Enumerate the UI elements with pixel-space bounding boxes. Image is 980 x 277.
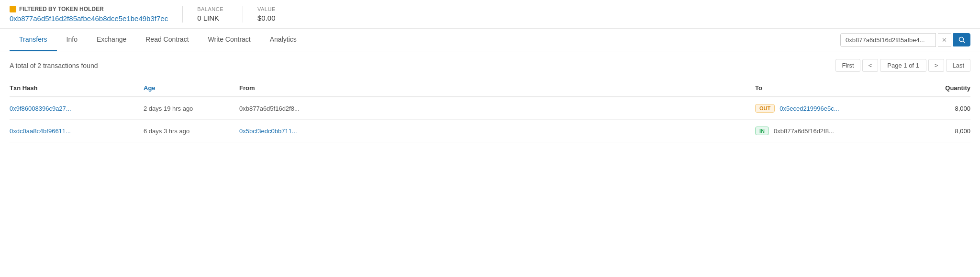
to-col-1: OUT 0x5eced219996e5c... [755,104,899,113]
tab-analytics[interactable]: Analytics [260,29,306,51]
from-addr-2[interactable]: 0x5bcf3edc0bb711... [239,127,297,135]
col-from: From [239,84,755,92]
tabs-bar: Transfers Info Exchange Read Contract Wr… [0,29,980,51]
value-amount: $0.00 [257,14,276,22]
col-quantity: Quantity [899,84,970,92]
next-button[interactable]: > [928,59,945,72]
tab-write-contract[interactable]: Write Contract [199,29,260,51]
to-col-2: IN 0xb877a6d5f16d2f8... [755,127,899,135]
content-area: A total of 2 transactions found First < … [0,51,980,150]
last-button[interactable]: Last [946,59,970,72]
balance-label: BALANCE [197,6,223,12]
from-2: 0x5bcf3edc0bb711... [239,127,755,135]
col-to: To [755,84,899,92]
table-row: 0x9f86008396c9a27... 2 days 19 hrs ago 0… [10,97,970,120]
to-addr-2: 0xb877a6d5f16d2f8... [774,127,834,135]
balance-section: BALANCE 0 LINK [197,6,243,23]
filter-section: FILTERED BY TOKEN HOLDER 0xb877a6d5f16d2… [10,6,183,23]
table-row: 0xdc0aa8c4bf96611... 6 days 3 hrs ago 0x… [10,120,970,142]
results-summary: A total of 2 transactions found [10,62,98,69]
txn-hash-1: 0x9f86008396c9a27... [10,105,144,112]
pagination: First < Page 1 of 1 > Last [835,59,970,72]
clear-button[interactable]: ✕ [938,33,951,47]
tabs-list: Transfers Info Exchange Read Contract Wr… [10,29,840,51]
tab-transfers[interactable]: Transfers [10,29,57,51]
col-txn-hash: Txn Hash [10,84,144,92]
quantity-1: 8,000 [899,105,970,112]
tab-read-contract[interactable]: Read Contract [136,29,198,51]
prev-button[interactable]: < [862,59,879,72]
to-addr-1[interactable]: 0x5eced219996e5c... [780,105,839,112]
top-bar: FILTERED BY TOKEN HOLDER 0xb877a6d5f16d2… [0,0,980,29]
badge-out-1: OUT [755,104,775,113]
age-1: 2 days 19 hrs ago [144,105,239,112]
results-row: A total of 2 transactions found First < … [10,59,970,72]
search-button[interactable] [953,33,970,46]
search-input[interactable] [840,33,936,47]
badge-in-2: IN [755,127,769,135]
from-1: 0xb877a6d5f16d2f8... [239,105,755,112]
filter-icon [10,6,16,12]
quantity-2: 8,000 [899,127,970,135]
tab-info[interactable]: Info [57,29,87,51]
txn-hash-2: 0xdc0aa8c4bf96611... [10,127,144,135]
table-header: Txn Hash Age From To Quantity [10,80,970,97]
filter-address[interactable]: 0xb877a6d5f16d2f85afbe46b8dce5e1be49b3f7… [10,14,168,23]
filter-label: FILTERED BY TOKEN HOLDER [10,6,168,12]
page-info: Page 1 of 1 [880,59,926,72]
filter-label-text: FILTERED BY TOKEN HOLDER [19,6,104,12]
txn-hash-link-2[interactable]: 0xdc0aa8c4bf96611... [10,127,71,135]
txn-hash-link-1[interactable]: 0x9f86008396c9a27... [10,105,71,112]
balance-amount: 0 LINK [197,14,223,22]
search-area: ✕ [840,33,970,47]
value-section: VALUE $0.00 [257,6,276,23]
search-icon [958,36,965,43]
age-2: 6 days 3 hrs ago [144,127,239,135]
tab-exchange[interactable]: Exchange [87,29,136,51]
value-label: VALUE [257,6,276,12]
first-button[interactable]: First [835,59,860,72]
col-age: Age [144,84,239,92]
svg-line-1 [963,41,965,43]
